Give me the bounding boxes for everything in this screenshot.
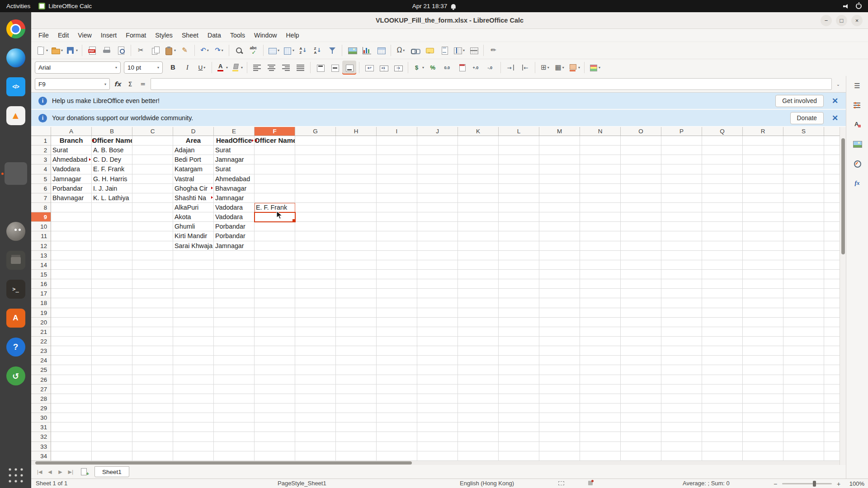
cell-Q31[interactable] xyxy=(702,422,743,432)
cell-B18[interactable] xyxy=(92,298,132,308)
cell-J8[interactable] xyxy=(417,203,458,212)
cell-R3[interactable] xyxy=(743,155,783,164)
align-left-button[interactable] xyxy=(250,61,264,75)
cell-K25[interactable] xyxy=(458,365,499,375)
cell-S2[interactable] xyxy=(783,145,824,155)
row-header-31[interactable]: 31 xyxy=(31,422,51,432)
cell-E16[interactable] xyxy=(214,279,255,289)
cell-B10[interactable] xyxy=(92,222,132,231)
cell-K12[interactable] xyxy=(458,241,499,251)
cell-G19[interactable] xyxy=(295,308,336,318)
cell-J9[interactable] xyxy=(417,212,458,222)
cell-C2[interactable] xyxy=(132,145,173,155)
cell-A20[interactable] xyxy=(51,318,92,327)
cell-D2[interactable]: Adajan xyxy=(173,145,214,155)
cell-B27[interactable] xyxy=(92,385,132,394)
donate-button[interactable]: Donate xyxy=(790,112,824,124)
format-as-date-button[interactable] xyxy=(455,61,469,75)
cell-N10[interactable] xyxy=(580,222,621,231)
cell-M24[interactable] xyxy=(539,356,580,365)
cell-S5[interactable] xyxy=(783,174,824,184)
cell-L17[interactable] xyxy=(499,289,539,298)
cell-P6[interactable] xyxy=(661,184,702,193)
cell-A13[interactable] xyxy=(51,251,92,260)
cell-R26[interactable] xyxy=(743,375,783,385)
cell-J28[interactable] xyxy=(417,394,458,404)
functions-deck-button[interactable]: fx xyxy=(850,176,864,190)
cell-F9[interactable] xyxy=(255,212,295,222)
navigator-deck-button[interactable] xyxy=(850,157,864,170)
cell-F18[interactable] xyxy=(255,298,295,308)
zoom-in-button[interactable]: + xyxy=(836,480,841,488)
cell-B3[interactable]: C. D. Dey xyxy=(92,155,132,164)
cell-P29[interactable] xyxy=(661,404,702,413)
cell-P24[interactable] xyxy=(661,356,702,365)
page-style-status[interactable]: PageStyle_Sheet1 xyxy=(278,480,326,487)
cell-B16[interactable] xyxy=(92,279,132,289)
cell-Q13[interactable] xyxy=(702,251,743,260)
cell-A28[interactable] xyxy=(51,394,92,404)
cell-Q17[interactable] xyxy=(702,289,743,298)
cell-M16[interactable] xyxy=(539,279,580,289)
column-header-M[interactable]: M xyxy=(539,127,580,136)
cell-F15[interactable] xyxy=(255,270,295,279)
cell-N12[interactable] xyxy=(580,241,621,251)
cell-J3[interactable] xyxy=(417,155,458,164)
cell-K2[interactable] xyxy=(458,145,499,155)
cell-N9[interactable] xyxy=(580,212,621,222)
cell-A8[interactable] xyxy=(51,203,92,212)
cell-L3[interactable] xyxy=(499,155,539,164)
cell-N33[interactable] xyxy=(580,442,621,451)
cell-N7[interactable] xyxy=(580,193,621,203)
cell-S23[interactable] xyxy=(783,346,824,356)
formula-input[interactable] xyxy=(151,78,832,90)
cell-I17[interactable] xyxy=(377,289,417,298)
cell-G22[interactable] xyxy=(295,337,336,346)
cell-G9[interactable] xyxy=(295,212,336,222)
cell-B24[interactable] xyxy=(92,356,132,365)
center-vertically-button[interactable] xyxy=(328,61,342,75)
cell-D8[interactable]: AlkaPuri xyxy=(173,203,214,212)
cell-R5[interactable] xyxy=(743,174,783,184)
dock-ubuntu-software[interactable]: A xyxy=(5,307,27,329)
cell-N23[interactable] xyxy=(580,346,621,356)
cell-G26[interactable] xyxy=(295,375,336,385)
cell-B22[interactable] xyxy=(92,337,132,346)
cell-D12[interactable]: Sarai Khwaja xyxy=(173,241,214,251)
cell-R29[interactable] xyxy=(743,404,783,413)
cell-E20[interactable] xyxy=(214,318,255,327)
cell-P8[interactable] xyxy=(661,203,702,212)
cell-E26[interactable] xyxy=(214,375,255,385)
cell-K13[interactable] xyxy=(458,251,499,260)
cell-C25[interactable] xyxy=(132,365,173,375)
cell-A16[interactable] xyxy=(51,279,92,289)
cell-K23[interactable] xyxy=(458,346,499,356)
cell-Q3[interactable] xyxy=(702,155,743,164)
show-draw-functions-button[interactable]: ✏ xyxy=(486,43,500,57)
cell-H20[interactable] xyxy=(336,318,377,327)
cell-H4[interactable] xyxy=(336,164,377,174)
cell-M12[interactable] xyxy=(539,241,580,251)
cell-H16[interactable] xyxy=(336,279,377,289)
cell-P10[interactable] xyxy=(661,222,702,231)
cell-J21[interactable] xyxy=(417,327,458,337)
cell-L29[interactable] xyxy=(499,404,539,413)
cell-M17[interactable] xyxy=(539,289,580,298)
cell-O13[interactable] xyxy=(621,251,661,260)
cell-C6[interactable] xyxy=(132,184,173,193)
cell-S18[interactable] xyxy=(783,298,824,308)
cell-D28[interactable] xyxy=(173,394,214,404)
cell-K18[interactable] xyxy=(458,298,499,308)
cell-K29[interactable] xyxy=(458,404,499,413)
cell-K31[interactable] xyxy=(458,422,499,432)
cell-G20[interactable] xyxy=(295,318,336,327)
cell-J29[interactable] xyxy=(417,404,458,413)
first-sheet-button[interactable]: |◀ xyxy=(35,469,44,475)
row-header-6[interactable]: 6 xyxy=(31,184,51,193)
cell-A7[interactable]: Bhavnagar xyxy=(51,193,92,203)
cell-O10[interactable] xyxy=(621,222,661,231)
cell-S16[interactable] xyxy=(783,279,824,289)
cell-N24[interactable] xyxy=(580,356,621,365)
cell-B5[interactable]: G. H. Harris xyxy=(92,174,132,184)
cell-H11[interactable] xyxy=(336,231,377,241)
